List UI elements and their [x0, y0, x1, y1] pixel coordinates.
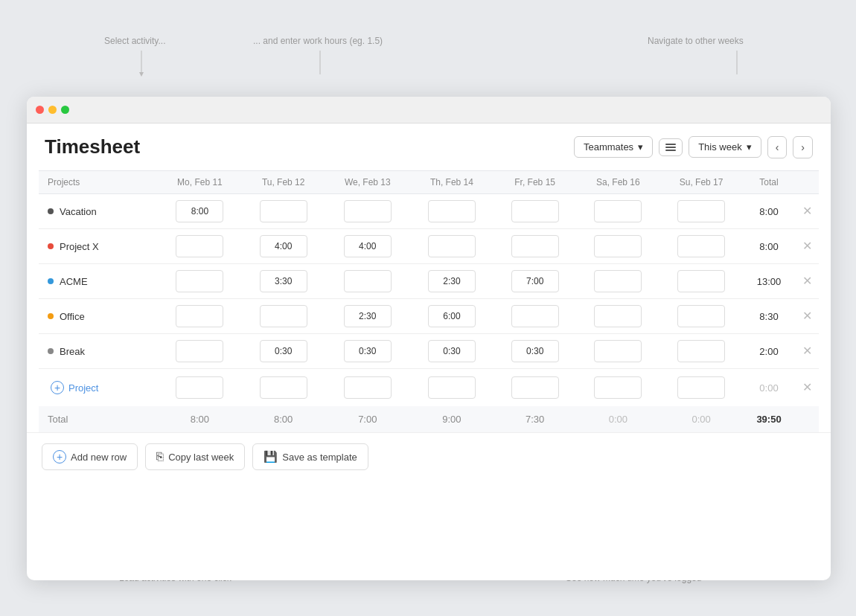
table-row: Break2:00✕ [39, 334, 819, 369]
delete-row-button[interactable]: ✕ [802, 240, 812, 252]
save-icon: 💾 [263, 450, 278, 463]
time-input[interactable] [344, 340, 392, 362]
time-input[interactable] [260, 200, 307, 222]
traffic-light-red[interactable] [36, 106, 44, 114]
total-sun: 0:00 [659, 406, 743, 432]
row-total: 8:00 [743, 194, 795, 229]
total-fri: 7:30 [494, 406, 577, 432]
time-input[interactable] [344, 270, 392, 292]
time-input[interactable] [511, 235, 559, 257]
prev-week-button[interactable]: ‹ [767, 136, 788, 158]
totals-label: Total [39, 406, 158, 432]
view-toggle-button[interactable] [659, 138, 683, 156]
time-input[interactable] [260, 235, 307, 257]
time-input[interactable] [677, 200, 725, 222]
col-tue: Tu, Feb 12 [242, 171, 325, 194]
copy-icon: ⎘ [156, 450, 164, 463]
time-input[interactable] [344, 376, 392, 399]
total-sat: 0:00 [577, 406, 660, 432]
time-input[interactable] [677, 376, 725, 399]
time-input[interactable] [260, 270, 307, 292]
time-input[interactable] [511, 305, 559, 327]
time-input[interactable] [511, 200, 559, 222]
add-row-label: Add new row [71, 452, 127, 463]
project-name-label: Office [60, 311, 85, 322]
delete-add-row-button[interactable]: ✕ [802, 382, 812, 394]
time-input[interactable] [428, 305, 476, 327]
time-input[interactable] [176, 235, 223, 257]
time-input[interactable] [677, 305, 725, 327]
delete-row-button[interactable]: ✕ [802, 275, 812, 287]
delete-row-button[interactable]: ✕ [802, 205, 812, 217]
time-input[interactable] [677, 340, 725, 362]
time-input[interactable] [176, 376, 223, 399]
time-input[interactable] [594, 200, 642, 222]
app-title: Timesheet [45, 135, 140, 158]
time-input[interactable] [511, 340, 559, 362]
col-fri: Fr, Feb 15 [494, 171, 577, 194]
list-icon [665, 144, 676, 151]
teammates-label: Teammates [584, 141, 633, 153]
time-input[interactable] [428, 270, 476, 292]
time-input[interactable] [428, 340, 476, 362]
add-project-link[interactable]: +Project [42, 381, 155, 394]
footer-actions: + Add new row ⎘ Copy last week 💾 Save as… [27, 432, 831, 481]
add-new-row-button[interactable]: + Add new row [42, 443, 138, 470]
time-input[interactable] [594, 235, 642, 257]
time-input[interactable] [344, 200, 392, 222]
week-label: This week [698, 141, 742, 153]
traffic-light-green[interactable] [61, 106, 69, 114]
grand-total: 39:50 [743, 406, 795, 432]
time-input[interactable] [176, 270, 223, 292]
app-header: Timesheet Teammates ▾ This week ▾ [27, 123, 831, 170]
time-input[interactable] [260, 305, 307, 327]
save-template-label: Save as template [282, 452, 357, 463]
time-input[interactable] [428, 376, 476, 399]
time-input[interactable] [677, 270, 725, 292]
time-input[interactable] [344, 305, 392, 327]
time-input[interactable] [594, 376, 642, 399]
col-sun: Su, Feb 17 [659, 171, 743, 194]
week-selector-button[interactable]: This week ▾ [689, 136, 761, 158]
delete-row-button[interactable]: ✕ [802, 345, 812, 357]
time-input[interactable] [511, 270, 559, 292]
table-row: ACME13:00✕ [39, 264, 819, 299]
table-row: Office8:30✕ [39, 299, 819, 334]
table-row: Vacation8:00✕ [39, 194, 819, 229]
next-week-button[interactable]: › [793, 136, 813, 158]
page-wrapper: Select activity... ... and enter work ho… [0, 0, 856, 616]
time-input[interactable] [260, 376, 307, 399]
totals-spacer [795, 406, 819, 432]
time-input[interactable] [511, 376, 559, 399]
time-input[interactable] [344, 235, 392, 257]
annotation-select-activity: Select activity... [104, 36, 165, 46]
time-input[interactable] [594, 305, 642, 327]
project-name-label: Project X [60, 241, 99, 252]
app-window: Timesheet Teammates ▾ This week ▾ [27, 97, 831, 580]
col-actions [795, 171, 819, 194]
time-input[interactable] [176, 305, 223, 327]
delete-row-button[interactable]: ✕ [802, 310, 812, 322]
chevron-right-icon: › [801, 141, 805, 153]
col-total: Total [743, 171, 795, 194]
time-input[interactable] [677, 235, 725, 257]
time-input[interactable] [176, 340, 223, 362]
traffic-light-yellow[interactable] [48, 106, 57, 114]
time-input[interactable] [428, 235, 476, 257]
copy-last-week-button[interactable]: ⎘ Copy last week [145, 443, 245, 470]
table-row: Project X8:00✕ [39, 229, 819, 264]
row-total: 8:00 [743, 229, 795, 264]
time-input[interactable] [176, 200, 223, 222]
teammates-button[interactable]: Teammates ▾ [574, 136, 653, 158]
project-name-label: Break [60, 346, 85, 357]
save-template-button[interactable]: 💾 Save as template [252, 443, 368, 470]
time-input[interactable] [594, 340, 642, 362]
add-row-total: 0:00 [743, 369, 795, 407]
col-mon: Mo, Feb 11 [158, 171, 242, 194]
chevron-left-icon: ‹ [776, 141, 779, 153]
header-controls: Teammates ▾ This week ▾ ‹ [574, 136, 813, 158]
time-input[interactable] [428, 200, 476, 222]
col-projects: Projects [39, 171, 158, 194]
time-input[interactable] [260, 340, 307, 362]
time-input[interactable] [594, 270, 642, 292]
